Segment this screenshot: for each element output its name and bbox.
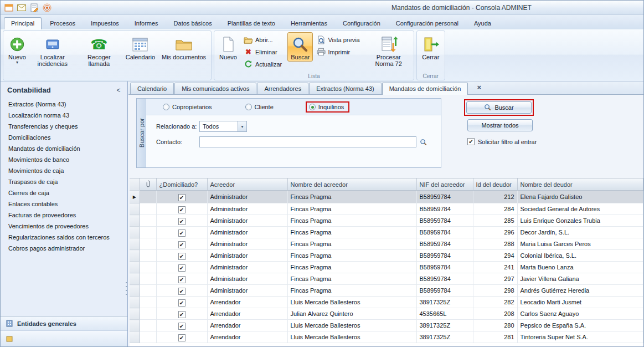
cell-nombre-acreedor[interactable]: Fincas Pragma (287, 203, 416, 215)
menu-tab-procesos[interactable]: Procesos (43, 17, 83, 29)
column-header-acreedor[interactable]: Acreedor (207, 178, 287, 191)
sidebar-item-cobros-pagos-administrador[interactable]: Cobros pagos administrador (1, 243, 127, 254)
cell-id-deudor[interactable]: 297 (473, 273, 517, 285)
cell-domiciliado[interactable]: ✔ (156, 191, 207, 203)
cell-nombre-deudor[interactable]: Sociedad General de Autores (517, 203, 643, 215)
collapse-sidebar-button[interactable]: < (114, 86, 123, 94)
cell-nombre-acreedor[interactable]: Lluis Mercade Ballesteros (287, 320, 416, 331)
row-indicator[interactable]: ▶ (130, 191, 140, 203)
cell-domiciliado[interactable]: ✔ (156, 262, 207, 273)
cell-nombre-deudor[interactable]: Elena Fajardo Galisteo (517, 191, 643, 203)
sidebar-footer-partial[interactable] (1, 331, 127, 346)
row-indicator[interactable] (130, 250, 140, 262)
cell-nif-acreedor[interactable]: B58959784 (416, 285, 473, 297)
cell-nif-acreedor[interactable]: B58959784 (416, 238, 473, 250)
sidebar-item-movimientos-de-caja[interactable]: Movimientos de caja (1, 165, 127, 176)
checked-checkbox-icon[interactable]: ✔ (178, 323, 186, 330)
cell-domiciliado[interactable]: ✔ (156, 227, 207, 238)
mis-documentos-button[interactable]: Mis documentos (158, 32, 209, 62)
checked-checkbox-icon[interactable]: ✔ (178, 264, 186, 272)
cell-acreedor[interactable]: Administrador (207, 262, 287, 273)
cell-acreedor[interactable]: Administrador (207, 285, 287, 297)
doc-tab-mis-comunicados-activos[interactable]: Mis comunicados activos (174, 83, 256, 94)
cell-domiciliado[interactable]: ✔ (156, 285, 207, 297)
cell-domiciliado[interactable]: ✔ (156, 250, 207, 262)
cell-domiciliado[interactable]: ✔ (156, 273, 207, 285)
checked-checkbox-icon[interactable]: ✔ (178, 276, 186, 283)
sidebar-item-facturas-de-proveedores[interactable]: Facturas de proveedores (1, 210, 127, 221)
radio-inquilinos[interactable]: Inquilinos (309, 104, 344, 110)
menu-tab-plantillas-de-texto[interactable]: Plantillas de texto (220, 17, 282, 29)
cell-nif-acreedor[interactable]: 38917325Z (416, 320, 473, 331)
cell-id-deudor[interactable]: 241 (473, 262, 517, 273)
solicitar-filtro-checkbox[interactable]: ✔ Solicitar filtro al entrar (467, 138, 537, 145)
column-header-nombre-acreedor[interactable]: Nombre del acreedor (287, 178, 416, 191)
cell-attachment[interactable] (140, 191, 156, 203)
cell-nombre-deudor[interactable]: Luis Enrique Gonzales Trubia (517, 215, 643, 227)
sidebar-item-transferencias-y-cheques[interactable]: Transferencias y cheques (1, 121, 127, 132)
vista-previa-button[interactable]: Vista previa (314, 34, 364, 45)
menu-tab-principal[interactable]: Principal (4, 17, 42, 29)
sidebar-item-regularizaciones-saldos-con-terceros[interactable]: Regularizaciones saldos con terceros (1, 232, 127, 243)
cell-id-deudor[interactable]: 285 (473, 215, 517, 227)
cell-acreedor[interactable]: Arrendador (207, 331, 287, 343)
sidebar-footer-entidades[interactable]: Entidades generales (1, 317, 127, 331)
radio-copropietarios[interactable]: Copropietarios (163, 104, 212, 110)
table-row[interactable]: ✔ArrendadorJulian Alvarez Quintero453566… (130, 308, 643, 320)
actualizar-button[interactable]: Actualizar (241, 58, 286, 70)
cell-nombre-acreedor[interactable]: Fincas Pragma (287, 215, 416, 227)
row-indicator[interactable] (130, 273, 140, 285)
radio-cliente[interactable]: Cliente (245, 104, 274, 110)
cell-nombre-deudor[interactable]: Marta Bueno Lanza (517, 262, 643, 273)
abrir-button[interactable]: Abrir... (241, 34, 286, 45)
cell-nombre-acreedor[interactable]: Fincas Pragma (287, 250, 416, 262)
table-row[interactable]: ✔AdministradorFincas PragmaB58959784296D… (130, 227, 643, 238)
cell-nombre-acreedor[interactable]: Fincas Pragma (287, 191, 416, 203)
mostrar-todos-button[interactable]: Mostrar todos (467, 119, 533, 131)
cell-acreedor[interactable]: Arrendador (207, 297, 287, 308)
cell-nombre-deudor[interactable]: Colonial Ibérica, S.L. (517, 250, 643, 262)
row-indicator[interactable] (130, 215, 140, 227)
table-row[interactable]: ✔AdministradorFincas PragmaB58959784297J… (130, 273, 643, 285)
table-row[interactable]: ✔AdministradorFincas PragmaB58959784284S… (130, 203, 643, 215)
cell-attachment[interactable] (140, 238, 156, 250)
row-indicator[interactable] (130, 308, 140, 320)
cell-nif-acreedor[interactable]: 4535665L (416, 308, 473, 320)
checked-checkbox-icon[interactable]: ✔ (178, 206, 186, 213)
cell-id-deudor[interactable]: 284 (473, 203, 517, 215)
cell-nombre-acreedor[interactable]: Lluis Mercade Ballesteros (287, 331, 416, 343)
cell-domiciliado[interactable]: ✔ (156, 320, 207, 331)
checked-checkbox-icon[interactable]: ✔ (178, 253, 186, 260)
table-row[interactable]: ✔AdministradorFincas PragmaB58959784285L… (130, 215, 643, 227)
cell-nombre-acreedor[interactable]: Fincas Pragma (287, 227, 416, 238)
cell-domiciliado[interactable]: ✔ (156, 297, 207, 308)
checked-checkbox-icon[interactable]: ✔ (178, 311, 186, 318)
row-indicator[interactable] (130, 262, 140, 273)
cell-nif-acreedor[interactable]: B58959784 (416, 203, 473, 215)
row-indicator[interactable] (130, 285, 140, 297)
eliminar-button[interactable]: ✖ Eliminar (241, 46, 286, 58)
column-header-id[interactable]: Id del deudor (473, 178, 517, 191)
relacionado-dropdown[interactable]: Todos ▾ (199, 121, 247, 132)
column-header-nif[interactable]: NIF del acreedor (416, 178, 473, 191)
cell-nombre-acreedor[interactable]: Lluis Mercade Ballesteros (287, 297, 416, 308)
close-tab-button[interactable]: × (475, 84, 483, 91)
imprimir-button[interactable]: Imprimir (314, 46, 364, 58)
cell-nombre-deudor[interactable]: Decor Jardín, S.L. (517, 227, 643, 238)
menu-tab-configuración[interactable]: Configuración (336, 17, 388, 29)
row-indicator[interactable] (130, 238, 140, 250)
column-header-deudor[interactable]: Nombre del deudor (517, 178, 643, 191)
sidebar-item-enlaces-contables[interactable]: Enlaces contables (1, 198, 127, 210)
cell-nif-acreedor[interactable]: B58959784 (416, 273, 473, 285)
cell-id-deudor[interactable]: 296 (473, 227, 517, 238)
table-row[interactable]: ✔ArrendadorLluis Mercade Ballesteros3891… (130, 331, 643, 343)
cerrar-button[interactable]: Cerrar (419, 32, 443, 62)
cell-nombre-deudor[interactable]: Javier Villena Galiana (517, 273, 643, 285)
cell-acreedor[interactable]: Administrador (207, 215, 287, 227)
checked-checkbox-icon[interactable]: ✔ (178, 229, 186, 237)
sidebar-item-localización-norma-43[interactable]: Localización norma 43 (1, 110, 127, 121)
cell-acreedor[interactable]: Administrador (207, 203, 287, 215)
cell-acreedor[interactable]: Administrador (207, 227, 287, 238)
calendario-button[interactable]: Calendario (122, 32, 158, 62)
table-row[interactable]: ✔AdministradorFincas PragmaB58959784241M… (130, 262, 643, 273)
